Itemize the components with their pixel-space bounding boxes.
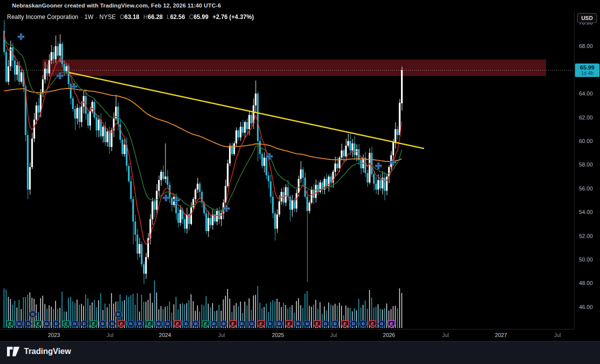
currency-button[interactable]: USD [577,13,597,23]
dividend-badge[interactable]: D [108,320,116,328]
svg-text:E: E [390,322,393,326]
dividend-badge[interactable]: D [378,320,386,328]
price-tick-label: 52.00 [579,233,593,239]
legend-separator: · [94,14,100,20]
dividend-badge[interactable]: D [248,320,256,328]
dividend-badge[interactable]: D [332,320,339,328]
time-axis-year-label: 2025 [272,332,284,338]
change-value: +2.76 (+4.37%) [212,14,254,20]
svg-text:E: E [36,322,40,326]
time-axis-year-label: 2027 [495,332,507,338]
dividend-badge[interactable]: D [304,320,311,328]
tradingview-chart-window: NebraskanGooner created with TradingView… [0,0,600,364]
tradingview-brand[interactable]: TradingView [7,346,71,356]
price-tick-label: 46.00 [579,304,593,310]
dividend-badge[interactable]: D [266,320,274,328]
dividend-badge[interactable]: D [52,320,60,328]
price-tick-label: 62.00 [579,114,593,120]
time-axis-year-label: 2023 [48,332,60,338]
watermark-text: NebraskanGooner created with TradingView… [12,2,221,8]
symbol-legend[interactable]: Realty Income Corporation·1W·NYSEO63.18H… [7,14,254,20]
legend-separator: · [78,14,84,20]
dividend-badge[interactable]: D [350,320,358,328]
dividend-badge[interactable]: D [71,320,78,328]
svg-text:E: E [232,322,234,326]
price-tick-label: 50.00 [579,256,593,262]
time-axis-month-label: Jul [330,332,337,338]
dividend-badge[interactable]: D [114,310,122,318]
dividend-badge[interactable]: D [238,320,246,328]
svg-text:E: E [148,322,151,326]
high-value: 66.28 [148,14,162,20]
price-tick-label: 58.00 [579,162,593,168]
close-value: 65.99 [194,14,208,20]
last-price-badge: 65.99 1d 4h [575,64,600,77]
dividend-badge[interactable]: D [294,320,302,328]
dividend-badge[interactable]: D [80,320,88,328]
svg-text:E: E [64,322,68,326]
price-tick-label: 54.00 [579,209,593,215]
tradingview-logo-icon [7,346,20,356]
svg-text:E: E [288,322,290,326]
dividend-badge[interactable]: D [164,320,172,328]
tradingview-wordmark: TradingView [24,347,71,356]
price-tick-label: 64.00 [579,90,593,96]
svg-text:E: E [92,322,95,326]
dividend-badge[interactable]: D [276,320,283,328]
price-tick-label: 48.00 [579,280,593,286]
price-chart-canvas[interactable] [0,0,600,364]
dividend-badge[interactable]: D [322,320,330,328]
dividend-badge[interactable]: D [220,320,228,328]
price-tick-label: 68.00 [579,43,593,49]
price-tick-label: 60.00 [579,138,593,144]
dividend-badge[interactable]: D [210,320,218,328]
dividend-badge[interactable]: D [29,310,36,318]
price-tick-label: 56.00 [579,186,593,192]
close-label: C [189,14,194,20]
open-label: O [120,14,124,20]
footer-bar: TradingView [0,341,600,364]
low-value: 62.56 [170,14,185,20]
symbol-name[interactable]: Realty Income Corporation [7,14,78,20]
time-axis-month-label: Jul [442,332,449,338]
svg-text:E: E [260,322,262,326]
time-axis-year-label: 2024 [159,332,171,338]
time-axis-month-label: Jul [554,332,561,338]
dividend-badge[interactable]: D [99,320,106,328]
dividend-badge[interactable]: D [127,320,134,328]
svg-text:E: E [204,322,207,326]
dividend-badge[interactable]: D [155,320,162,328]
time-axis-year-label: 2026 [383,332,395,338]
dividend-badge[interactable]: D [24,320,32,328]
last-price-value: 65.99 [575,64,600,70]
dividend-badge[interactable]: D [16,320,23,328]
svg-text:E: E [371,322,374,326]
time-axis[interactable]: 2023Jul2024Jul2025Jul2026Jul2027Jul [0,329,574,342]
dividend-badge[interactable]: D [360,320,367,328]
svg-text:E: E [176,322,179,326]
time-axis-month-label: Jul [218,332,225,338]
svg-text:E: E [120,322,123,326]
dividend-badge[interactable]: D [192,320,200,328]
svg-text:E: E [344,322,346,326]
interval-label[interactable]: 1W [84,14,94,20]
time-axis-month-label: Jul [106,332,114,338]
bar-countdown: 1d 4h [575,70,600,76]
dividend-badge[interactable]: D [43,320,50,328]
open-value: 63.18 [124,14,140,20]
svg-text:E: E [316,322,318,326]
dividend-badge[interactable]: D [182,320,190,328]
dividend-badge[interactable]: D [136,320,144,328]
svg-text:E: E [8,322,12,326]
exchange-label: NYSE [100,14,116,20]
watermark-bar: NebraskanGooner created with TradingView… [0,0,600,11]
price-axis[interactable]: USD 65.99 1d 4h 70.0068.0066.0064.0062.0… [574,11,600,329]
